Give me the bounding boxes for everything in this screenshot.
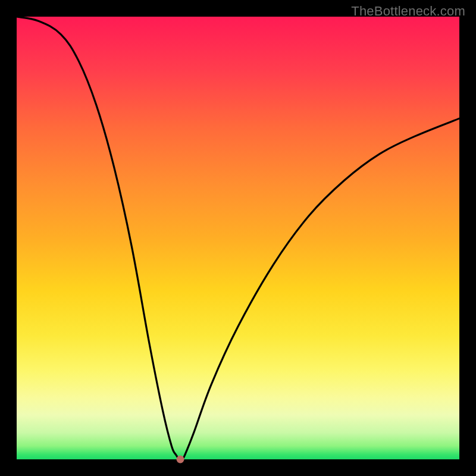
bottleneck-curve — [17, 17, 459, 459]
curve-path — [17, 17, 459, 459]
chart-frame — [17, 17, 459, 459]
optimal-point-marker — [177, 456, 184, 464]
